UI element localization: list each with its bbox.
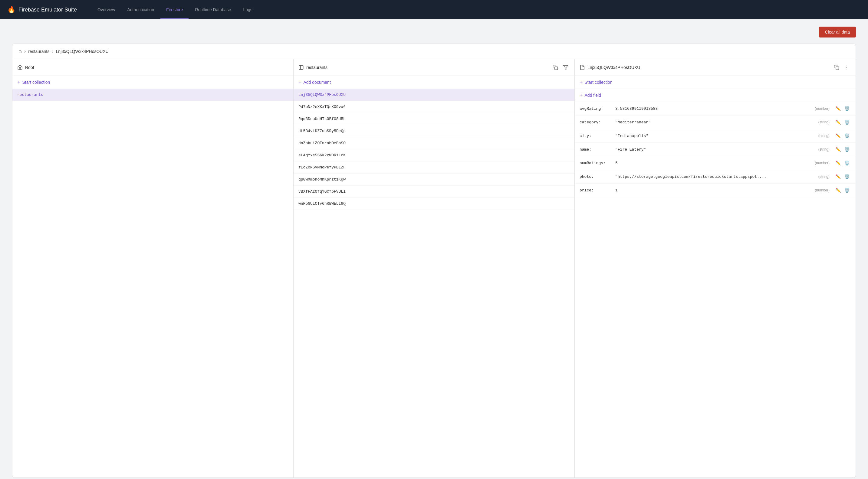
root-column-header: Root (12, 59, 293, 76)
clear-all-data-button[interactable]: Clear all data (819, 27, 856, 37)
doc-id: qp0wXmohoMhKpnzt1Kgw (299, 177, 346, 182)
field-value: 1 (615, 188, 812, 193)
start-collection-label: Start collection (22, 80, 50, 85)
delete-field-button[interactable]: 🗑️ (843, 174, 851, 180)
doc-id: Rqq3DcuUdHTsOBfOSd5h (299, 117, 346, 121)
firebase-icon: 🔥 (7, 6, 16, 13)
add-field-label: Add field (585, 93, 601, 98)
field-key: name: (580, 147, 613, 152)
field-actions: ✏️ 🗑️ (834, 187, 851, 193)
home-icon[interactable]: ⌂ (19, 48, 22, 55)
root-column: Root + Start collection restaurants (12, 59, 293, 478)
add-document-button[interactable]: + Add document (293, 76, 575, 89)
main-content: Clear all data ⌂ › restaurants › Lnj35QL… (0, 19, 868, 479)
edit-field-button[interactable]: ✏️ (834, 119, 842, 125)
add-field-button[interactable]: + Add field (575, 89, 856, 102)
breadcrumb-separator: › (24, 49, 26, 54)
field-row: category: "Mediterranean" (string) ✏️ 🗑️ (575, 115, 856, 129)
field-row: price: 1 (number) ✏️ 🗑️ (575, 183, 856, 197)
field-row: photo: "https://storage.googleapis.com/f… (575, 170, 856, 183)
edit-field-button[interactable]: ✏️ (834, 160, 842, 166)
doc-more-button[interactable] (843, 64, 851, 71)
restaurants-column-body: + Add document Lnj35QLQW3x4PHosOUXU Pd7o… (293, 76, 575, 478)
delete-field-button[interactable]: 🗑️ (843, 119, 851, 125)
plus-icon-3: + (580, 79, 583, 85)
svg-rect-4 (836, 67, 839, 70)
field-actions: ✏️ 🗑️ (834, 160, 851, 166)
field-actions: ✏️ 🗑️ (834, 119, 851, 125)
field-row: name: "Fire Eatery" (string) ✏️ 🗑️ (575, 143, 856, 156)
copy-button[interactable] (551, 64, 559, 71)
edit-field-button[interactable]: ✏️ (834, 133, 842, 139)
doc-id: wnRoGUiCTv6hRBWELl9Q (299, 201, 346, 206)
doc-copy-button[interactable] (833, 64, 840, 71)
svg-point-6 (846, 67, 847, 67)
edit-field-button[interactable]: ✏️ (834, 146, 842, 152)
field-row: avgRating: 3.5816899119913588 (number) ✏… (575, 102, 856, 115)
firestore-panel: ⌂ › restaurants › Lnj35QLQW3x4PHosOUXU R… (12, 43, 856, 478)
collection-name: restaurants (17, 93, 43, 97)
filter-button[interactable] (562, 64, 569, 71)
svg-point-7 (846, 69, 847, 69)
nav-links: Overview Authentication Firestore Realti… (91, 0, 258, 19)
list-item[interactable]: Rqq3DcuUdHTsOBfOSd5h (293, 113, 575, 125)
document-column-body: + Start collection + Add field avgRating… (575, 76, 856, 478)
field-actions: ✏️ 🗑️ (834, 146, 851, 152)
list-item[interactable]: restaurants (12, 89, 293, 101)
field-row: numRatings: 5 (number) ✏️ 🗑️ (575, 156, 856, 170)
delete-field-button[interactable]: 🗑️ (843, 133, 851, 139)
field-type: (string) (818, 147, 830, 151)
breadcrumb-restaurants[interactable]: restaurants (28, 49, 49, 54)
field-type: (string) (818, 120, 830, 124)
start-collection-button-root[interactable]: + Start collection (12, 76, 293, 89)
edit-field-button[interactable]: ✏️ (834, 187, 842, 193)
list-item[interactable]: fEcZoNSVMNoPefyPBLZH (293, 162, 575, 174)
field-value: 5 (615, 161, 812, 165)
list-item[interactable]: vBXfFAzOfqYGCfbFVULl (293, 186, 575, 198)
nav-authentication[interactable]: Authentication (121, 0, 160, 19)
field-actions: ✏️ 🗑️ (834, 133, 851, 139)
root-title: Root (25, 65, 288, 70)
svg-rect-0 (299, 65, 303, 70)
document-column: Lnj35QLQW3x4PHosOUXU (575, 59, 856, 478)
delete-field-button[interactable]: 🗑️ (843, 187, 851, 193)
edit-field-button[interactable]: ✏️ (834, 174, 842, 180)
restaurants-column-header: restaurants (293, 59, 575, 76)
edit-field-button[interactable]: ✏️ (834, 106, 842, 111)
field-actions: ✏️ 🗑️ (834, 174, 851, 180)
field-key: avgRating: (580, 106, 613, 111)
field-value: "Indianapolis" (615, 134, 816, 138)
field-type: (number) (815, 106, 830, 111)
add-document-label: Add document (304, 80, 331, 85)
start-collection-button-doc[interactable]: + Start collection (575, 76, 856, 89)
breadcrumb: ⌂ › restaurants › Lnj35QLQW3x4PHosOUXU (12, 44, 856, 59)
list-item[interactable]: dnZokuiZOEmrnMOcBpSO (293, 137, 575, 149)
list-item[interactable]: qp0wXmohoMhKpnzt1Kgw (293, 174, 575, 186)
field-value: 3.5816899119913588 (615, 106, 812, 111)
list-item[interactable]: eLAgYxeSS6k2zWORiLcK (293, 149, 575, 162)
svg-marker-3 (563, 65, 568, 70)
field-value: "https://storage.googleapis.com/firestor… (615, 174, 816, 179)
nav-logs[interactable]: Logs (237, 0, 258, 19)
field-type: (string) (818, 134, 830, 138)
doc-id: dnZokuiZOEmrnMOcBpSO (299, 141, 346, 145)
list-item[interactable]: wnRoGUiCTv6hRBWELl9Q (293, 198, 575, 210)
delete-field-button[interactable]: 🗑️ (843, 160, 851, 166)
doc-id: Pd7oNz2eXKxTQsKO9va6 (299, 105, 346, 109)
restaurants-title: restaurants (306, 65, 549, 70)
nav-firestore[interactable]: Firestore (160, 0, 189, 19)
delete-field-button[interactable]: 🗑️ (843, 106, 851, 111)
start-collection-label-doc: Start collection (585, 80, 613, 85)
list-item[interactable]: Lnj35QLQW3x4PHosOUXU (293, 89, 575, 101)
nav-realtime-database[interactable]: Realtime Database (189, 0, 237, 19)
list-item[interactable]: Pd7oNz2eXKxTQsKO9va6 (293, 101, 575, 113)
list-item[interactable]: dL5B4vLDZZubSRy5PeQp (293, 125, 575, 137)
nav-overview[interactable]: Overview (91, 0, 121, 19)
app-brand: 🔥 Firebase Emulator Suite (7, 6, 77, 13)
restaurants-column: restaurants (293, 59, 575, 478)
top-bar: Clear all data (12, 27, 856, 37)
delete-field-button[interactable]: 🗑️ (843, 146, 851, 152)
document-title: Lnj35QLQW3x4PHosOUXU (587, 65, 830, 70)
breadcrumb-current: Lnj35QLQW3x4PHosOUXU (56, 49, 108, 54)
field-key: photo: (580, 174, 613, 179)
